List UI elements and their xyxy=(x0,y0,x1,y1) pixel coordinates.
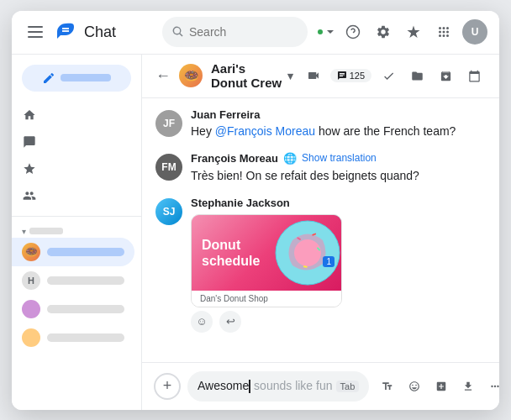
grid-icon[interactable] xyxy=(432,20,456,44)
archive-icon[interactable] xyxy=(434,64,457,87)
donut-crew-avatar: 🍩 xyxy=(22,243,40,261)
app-logo xyxy=(55,22,76,42)
message-group: SJ Stephanie Jackson Donut sched xyxy=(155,197,486,333)
sidebar: ▾ 🍩 H xyxy=(12,55,142,410)
chat-header-actions: 125 xyxy=(302,64,486,87)
sidebar-item-home[interactable] xyxy=(12,102,134,129)
avatar[interactable]: U xyxy=(462,19,487,45)
input-area: + Awesome sounds like fun Tab xyxy=(142,362,499,410)
avatar: FM xyxy=(155,154,182,181)
message-sender: Juan Ferreira xyxy=(191,108,486,121)
help-icon[interactable] xyxy=(341,20,365,44)
sparkle-icon[interactable] xyxy=(402,20,425,44)
reaction-button[interactable]: ☺ xyxy=(191,311,213,333)
app-title: Chat xyxy=(84,24,116,41)
messages-list: JF Juan Ferreira Hey @François Moreau ho… xyxy=(142,98,499,362)
svg-rect-2 xyxy=(28,36,43,38)
room-3-label xyxy=(47,333,124,342)
card-source: Dan's Donut Shop xyxy=(200,294,268,303)
sidebar-divider xyxy=(12,216,141,217)
input-actions xyxy=(376,375,499,398)
donut-illustration xyxy=(257,215,341,291)
folder-icon[interactable] xyxy=(405,64,429,87)
sidebar-item-starred[interactable] xyxy=(12,155,134,182)
message-text: Très bien! On se refait des beignets qua… xyxy=(191,167,486,185)
message-sender: Stephanie Jackson xyxy=(191,197,486,209)
chat-area: ← 🍩 Aari's Donut Crew ▾ 125 xyxy=(142,55,499,410)
cursor xyxy=(249,380,250,393)
message-content: Stephanie Jackson Donut schedule xyxy=(191,197,486,333)
card-footer: Dan's Donut Shop xyxy=(192,291,341,307)
show-translation-link[interactable]: Show translation xyxy=(302,152,377,164)
chevron-down-icon[interactable]: ▾ xyxy=(287,70,293,82)
room-3-avatar xyxy=(22,328,40,347)
topbar-icons: U xyxy=(316,19,487,45)
sidebar-rooms: ▾ 🍩 H xyxy=(12,220,141,355)
sidebar-item-donut-crew[interactable]: 🍩 xyxy=(12,238,134,266)
donut-card-image: Donut schedule xyxy=(192,215,341,291)
sidebar-item-chat[interactable] xyxy=(12,129,134,155)
avatar: JF xyxy=(155,110,182,137)
card-title: Donut schedule xyxy=(202,236,260,268)
settings-icon[interactable] xyxy=(371,20,395,44)
message-input-box[interactable]: Awesome sounds like fun Tab xyxy=(187,371,369,402)
topbar-left: Chat xyxy=(24,20,154,44)
sidebar-item-room-2[interactable] xyxy=(12,295,134,323)
calendar-icon[interactable] xyxy=(462,64,486,87)
svg-rect-1 xyxy=(28,31,43,33)
add-button[interactable]: + xyxy=(154,373,181,400)
search-bar[interactable] xyxy=(162,17,308,47)
attachment-icons: ☺ ↩ xyxy=(191,311,486,333)
search-input[interactable] xyxy=(189,25,298,39)
message-group: FM François Moreau 🌐 Show translation Tr… xyxy=(155,152,486,185)
room-avatar: 🍩 xyxy=(179,64,203,87)
status-indicator xyxy=(316,28,324,36)
star-icon xyxy=(22,161,37,176)
app-window: Chat U xyxy=(12,11,499,410)
topbar: Chat U xyxy=(12,11,499,55)
message-text: Hey @François Moreau how are the French … xyxy=(191,123,486,140)
tab-hint: Tab xyxy=(336,381,360,392)
donut-card[interactable]: Donut schedule xyxy=(191,214,342,307)
main-layout: ▾ 🍩 H xyxy=(12,55,499,410)
chat-icon xyxy=(22,134,37,150)
people-icon xyxy=(22,188,37,203)
back-button[interactable]: ← xyxy=(155,67,171,85)
room-2-label xyxy=(47,305,124,313)
room-label-bar xyxy=(47,248,124,256)
chat-header: ← 🍩 Aari's Donut Crew ▾ 125 xyxy=(142,55,499,98)
reply-button[interactable]: ↩ xyxy=(219,311,241,333)
sidebar-item-room-3[interactable] xyxy=(12,323,134,352)
home-icon xyxy=(22,108,37,123)
svg-rect-0 xyxy=(28,26,43,28)
message-content: Juan Ferreira Hey @François Moreau how a… xyxy=(191,108,486,140)
threads-badge[interactable]: 125 xyxy=(330,69,371,82)
menu-icon[interactable] xyxy=(24,20,47,44)
sidebar-section-label: ▾ xyxy=(12,223,141,238)
sidebar-item-room-h[interactable]: H xyxy=(12,266,134,295)
upload-icon[interactable] xyxy=(456,375,480,398)
mention-link[interactable]: @François Moreau xyxy=(215,124,315,138)
sidebar-nav xyxy=(12,98,141,213)
emoji-icon[interactable] xyxy=(403,375,426,398)
chat-title: Aari's Donut Crew ▾ xyxy=(211,61,293,90)
format-text-icon[interactable] xyxy=(376,375,399,398)
avatar: SJ xyxy=(155,198,182,225)
message-input[interactable]: Awesome sounds like fun xyxy=(198,379,333,393)
message-sender: François Moreau xyxy=(191,152,278,165)
message-content: François Moreau 🌐 Show translation Très … xyxy=(191,152,486,185)
room-h-label xyxy=(47,276,124,285)
video-icon[interactable] xyxy=(302,64,325,87)
card-badge: 1 xyxy=(323,256,335,267)
check-icon[interactable] xyxy=(377,64,400,87)
attach-icon[interactable] xyxy=(429,375,453,398)
room-2-avatar xyxy=(22,300,40,318)
compose-button[interactable] xyxy=(22,65,131,92)
sidebar-item-people[interactable] xyxy=(12,182,134,209)
translate-icon: 🌐 xyxy=(283,152,297,165)
message-meta: François Moreau 🌐 Show translation xyxy=(191,152,486,165)
message-group: JF Juan Ferreira Hey @François Moreau ho… xyxy=(155,108,486,140)
room-h-avatar: H xyxy=(22,271,40,290)
more-options-icon[interactable] xyxy=(483,375,499,398)
